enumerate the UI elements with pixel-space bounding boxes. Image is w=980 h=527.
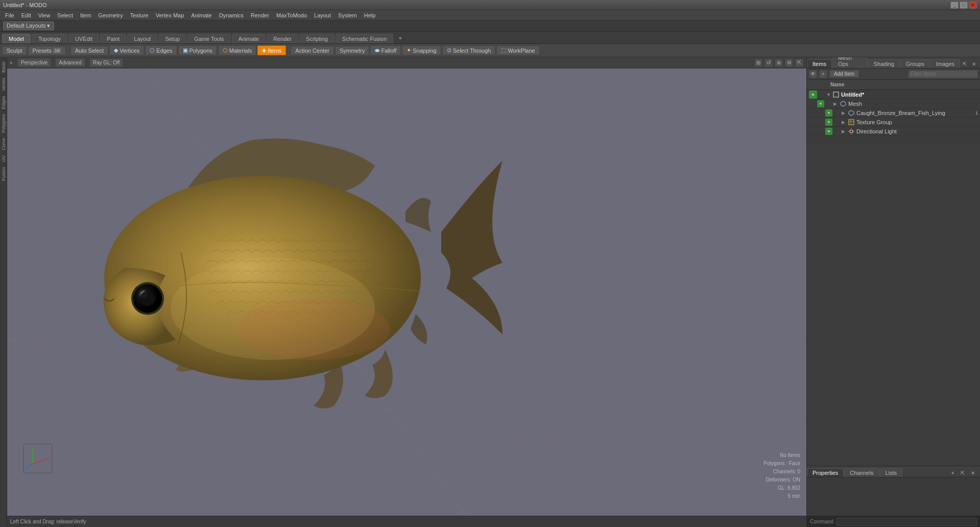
menu-vertexmap[interactable]: Vertex Map bbox=[153, 11, 187, 19]
tab-setup[interactable]: Setup bbox=[158, 34, 186, 43]
select-through-button[interactable]: ⊙ Select Through bbox=[442, 45, 495, 55]
sidebar-fusion[interactable]: Fusion bbox=[0, 165, 7, 183]
rp-expand-icon[interactable]: ⇱ bbox=[961, 60, 969, 68]
edges-button[interactable]: ⬡ Edges bbox=[145, 45, 177, 55]
tree-expand-light[interactable]: ▶ bbox=[842, 129, 848, 134]
bp-add-tab[interactable]: + bbox=[949, 469, 957, 477]
sculpt-button[interactable]: Sculpt bbox=[2, 46, 27, 55]
tree-expand-fish[interactable]: ▶ bbox=[842, 110, 848, 116]
items-button[interactable]: ◈ Items bbox=[257, 45, 286, 55]
menu-system[interactable]: System bbox=[335, 11, 360, 19]
menu-item[interactable]: Item bbox=[77, 11, 94, 19]
viewport-advanced-button[interactable]: Advanced bbox=[55, 58, 85, 67]
rp-tab-items[interactable]: Items bbox=[807, 59, 832, 68]
sidebar-polygons[interactable]: Polygons bbox=[0, 112, 7, 135]
rp-tab-images[interactable]: Images bbox=[930, 59, 960, 68]
rp-tab-meshops[interactable]: Mesh Ops bbox=[832, 57, 868, 68]
add-item-button[interactable]: Add Item bbox=[829, 70, 859, 78]
viewport-mode-button[interactable]: Perspective bbox=[17, 58, 51, 67]
axes-indicator: X Y Z bbox=[22, 443, 53, 475]
maximize-button[interactable]: □ bbox=[960, 2, 968, 9]
tree-item-untitled[interactable]: ● ▼ Untitled* bbox=[807, 90, 980, 99]
menu-dynamics[interactable]: Dynamics bbox=[216, 11, 247, 19]
command-input[interactable] bbox=[836, 518, 977, 526]
snapping-button[interactable]: ✦ Snapping bbox=[402, 45, 441, 55]
viewport-raygl-button[interactable]: Ray GL: Off bbox=[89, 58, 124, 67]
filter-items-input[interactable] bbox=[908, 70, 978, 78]
tree-item-light[interactable]: ● ▶ Directional Light bbox=[807, 127, 980, 136]
scene-tree[interactable]: ● ▼ Untitled* ● ▶ Mesh ● bbox=[807, 90, 980, 466]
menu-layout[interactable]: Layout bbox=[311, 11, 334, 19]
symmetry-button[interactable]: Symmetry bbox=[335, 46, 370, 55]
tab-model[interactable]: Model bbox=[2, 34, 31, 43]
tab-paint[interactable]: Paint bbox=[100, 34, 126, 43]
sidebar-edges[interactable]: Edges bbox=[0, 94, 7, 111]
autoselect-button[interactable]: Auto Select bbox=[70, 46, 108, 55]
presets-button[interactable]: Presets 16 bbox=[28, 46, 66, 55]
viewport-icon-settings[interactable]: ⚙ bbox=[785, 59, 793, 67]
sidebar-uv[interactable]: UV bbox=[0, 153, 7, 164]
tab-gametools[interactable]: Game Tools bbox=[187, 34, 231, 43]
menu-render[interactable]: Render bbox=[248, 11, 272, 19]
tree-item-mesh[interactable]: ● ▶ Mesh bbox=[807, 99, 980, 108]
command-area: Command bbox=[807, 516, 980, 527]
menu-view[interactable]: View bbox=[35, 11, 54, 19]
menu-geometry[interactable]: Geometry bbox=[95, 11, 126, 19]
tree-item-texture[interactable]: ● ▶ Texture Group bbox=[807, 118, 980, 127]
sidebar-vertex[interactable]: Vertex bbox=[0, 76, 7, 93]
rp-eye-toggle[interactable]: 👁 bbox=[809, 70, 817, 78]
tab-uvedit[interactable]: UVEdit bbox=[68, 34, 99, 43]
svg-rect-36 bbox=[833, 92, 839, 97]
viewport-icon-expand[interactable]: ⇱ bbox=[795, 59, 803, 67]
minimize-button[interactable]: _ bbox=[950, 2, 959, 9]
bp-expand[interactable]: ⇱ bbox=[959, 469, 967, 477]
tab-animate[interactable]: Animate bbox=[232, 34, 266, 43]
tree-eye-texture[interactable]: ● bbox=[825, 119, 832, 126]
action-center-button[interactable]: Action Center bbox=[291, 46, 334, 55]
rp-close-icon[interactable]: ✕ bbox=[970, 60, 978, 68]
tab-schematic[interactable]: Schematic Fusion bbox=[336, 34, 393, 43]
menu-texture[interactable]: Texture bbox=[127, 11, 152, 19]
materials-button[interactable]: ⬡ Materials bbox=[218, 45, 257, 55]
sidebar-curve[interactable]: Curve bbox=[0, 136, 7, 152]
tree-eye-fish[interactable]: ● bbox=[825, 109, 832, 117]
polygons-button[interactable]: ▣ Polygons bbox=[178, 45, 217, 55]
rp-add-button[interactable]: + bbox=[819, 70, 827, 78]
tree-expand-texture[interactable]: ▶ bbox=[842, 120, 848, 125]
menu-file[interactable]: File bbox=[2, 11, 17, 19]
falloff-button[interactable]: ⬬ Falloff bbox=[370, 45, 401, 55]
rp-tab-groups[interactable]: Groups bbox=[900, 59, 930, 68]
viewport[interactable]: No Items Polygons : Face Channels: 0 Def… bbox=[7, 68, 806, 516]
menu-help[interactable]: Help bbox=[361, 11, 379, 19]
tab-scripting[interactable]: Scripting bbox=[299, 34, 334, 43]
tree-eye-untitled[interactable]: ● bbox=[809, 90, 817, 99]
rp-tab-shading[interactable]: Shading bbox=[868, 59, 899, 68]
viewport-icon-zoom[interactable]: ⊕ bbox=[775, 59, 783, 67]
vertices-button[interactable]: ◆ Vertices bbox=[109, 45, 144, 55]
layout-dropdown[interactable]: Default Layouts ▾ bbox=[3, 21, 54, 30]
tab-render[interactable]: Render bbox=[267, 34, 298, 43]
menu-edit[interactable]: Edit bbox=[18, 11, 34, 19]
tab-topology[interactable]: Topology bbox=[32, 34, 67, 43]
workplane-button[interactable]: ⬚ WorkPlane bbox=[496, 45, 540, 55]
sidebar-basic[interactable]: Basic bbox=[0, 59, 7, 75]
bp-tab-lists[interactable]: Lists bbox=[880, 468, 903, 477]
menu-maxtomodo[interactable]: MaxToModo bbox=[273, 11, 310, 19]
tab-add-button[interactable]: + bbox=[394, 33, 406, 43]
tree-label-light: Directional Light bbox=[856, 128, 978, 134]
menu-select[interactable]: Select bbox=[54, 11, 76, 19]
viewport-icon-refresh[interactable]: ↺ bbox=[764, 59, 773, 67]
menu-animate[interactable]: Animate bbox=[188, 11, 214, 19]
tree-expand-untitled[interactable]: ▼ bbox=[826, 92, 832, 97]
viewport-toggle[interactable]: ▸ bbox=[10, 59, 13, 66]
tree-eye-mesh[interactable]: ● bbox=[817, 100, 824, 107]
bp-tab-properties[interactable]: Properties bbox=[807, 468, 844, 477]
tree-eye-light[interactable]: ● bbox=[825, 128, 832, 135]
tab-layout[interactable]: Layout bbox=[127, 34, 157, 43]
bp-close[interactable]: ✕ bbox=[969, 469, 977, 477]
viewport-icon-layout[interactable]: ⊞ bbox=[754, 59, 762, 67]
tree-expand-mesh[interactable]: ▶ bbox=[833, 101, 840, 106]
close-button[interactable]: ✕ bbox=[969, 2, 977, 9]
bp-tab-channels[interactable]: Channels bbox=[844, 468, 879, 477]
tree-item-fish[interactable]: ● ▶ Caught_Bronze_Bream_Fish_Lying 1 bbox=[807, 108, 980, 118]
